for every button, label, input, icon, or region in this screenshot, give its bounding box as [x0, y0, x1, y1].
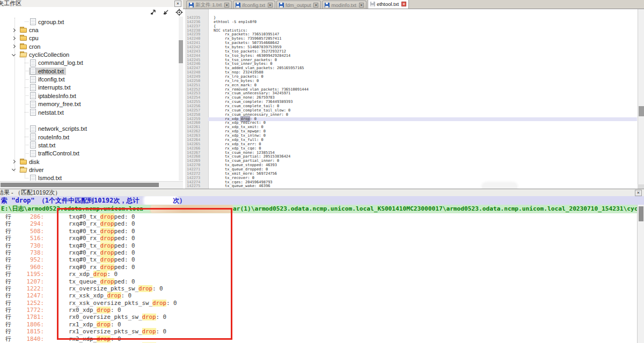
result-rows: 行286:txq#0_tx_dropped: 0行294:rxq#0_rx_dr…	[0, 213, 637, 343]
tab-ifconfig.txt[interactable]: ifconfig.txt✕	[233, 1, 275, 9]
tab-bar: 新文件 1.txt✕ifconfig.txt✕fdm_output✕modinf…	[183, 0, 644, 9]
result-row[interactable]: 行1247:rx_xsk_xdp_drop: 0	[0, 292, 637, 299]
tree-item-ifconfig.txt[interactable]: ifconfig.txt	[0, 75, 179, 83]
tree-item-cron[interactable]: cron	[0, 42, 179, 50]
tree-horizontal-scrollbar-thumb[interactable]	[1, 183, 159, 187]
tree-item-cna[interactable]: cna	[0, 26, 179, 34]
chevron-right-icon[interactable]	[12, 36, 16, 40]
tree-item-inner: cpu	[19, 34, 41, 42]
tab-close-icon[interactable]: ✕	[268, 3, 273, 8]
chevron-right-icon[interactable]	[12, 28, 16, 32]
workspace-close-icon[interactable]: ✕	[174, 1, 181, 7]
editor-line-text: {	[214, 24, 216, 28]
result-row[interactable]: 行1252:rx_xsk_oversize_pkts_sw_drop: 0	[0, 300, 637, 307]
tree-item-cgroup.txt[interactable]: cgroup.txt	[0, 18, 179, 26]
result-row[interactable]: 行960:rxq#0_rx_dropped: 0	[0, 264, 637, 271]
tree-item-driver[interactable]: driver	[0, 166, 179, 174]
tree-item-cyclicCollection[interactable]: cyclicCollection	[0, 50, 179, 58]
tree-horizontal-scrollbar[interactable]	[0, 181, 183, 189]
result-row[interactable]: 行738:rxq#0_rx_dropped: 0	[0, 249, 637, 256]
editor-line-text: rx_xdp_tx_full: 0	[214, 138, 264, 142]
result-text: txq#0_tx_dropped: 0	[69, 256, 135, 263]
result-row[interactable]: 行286:txq#0_tx_dropped: 0	[0, 213, 637, 220]
result-text: txq#0_tx_dropped: 0	[69, 242, 135, 249]
editor-line[interactable]: 142237{	[183, 25, 637, 29]
tree-item-routeInfo.txt[interactable]: routeInfo.txt	[0, 133, 179, 141]
tree-item-ethtool.txt[interactable]: ethtool.txt	[0, 67, 179, 75]
result-row[interactable]: 行1195:rx_xdp_drop: 0	[0, 271, 637, 278]
result-row[interactable]: 行1815:rx1_oversize_pkts_sw_drop: 0	[0, 328, 637, 335]
results-close-icon[interactable]: ✕	[635, 190, 642, 196]
chevron-down-icon[interactable]	[12, 53, 16, 56]
tree-item-interrupts.txt[interactable]: interrupts.txt	[0, 84, 179, 92]
tree-vertical-scrollbar-thumb[interactable]	[179, 40, 183, 63]
tab-label: 新文件 1.txt	[195, 2, 222, 9]
file-icon	[30, 141, 36, 148]
editor-line-text: ethtool -S enp1s0f0	[214, 20, 257, 24]
tree-item-label: cna	[29, 27, 39, 33]
result-text: rx2_xdp_drop: 0	[69, 335, 121, 342]
editor-line[interactable]: 142275 tx_queue_wake: 46396	[183, 184, 637, 189]
result-row[interactable]: 行730:txq#0_tx_dropped: 0	[0, 242, 637, 249]
tree-item-inner: iptablesInfo.txt	[29, 92, 78, 100]
tab-ethtool.txt[interactable]: ethtool.txt✕	[368, 0, 409, 9]
tree-item-memory_free.txt[interactable]: memory_free.txt	[0, 100, 179, 108]
result-row[interactable]: 行1772:rx0_xdp_drop: 0	[0, 307, 637, 314]
results-vertical-scrollbar[interactable]	[637, 205, 644, 343]
chevron-right-icon[interactable]	[12, 160, 16, 163]
editor-vertical-scrollbar-thumb[interactable]	[639, 106, 644, 116]
tree-item-lsmod.txt[interactable]: lsmod.txt	[0, 174, 179, 181]
folder-icon	[20, 44, 27, 49]
tree-item-netstat.txt[interactable]: netstat.txt	[0, 108, 179, 116]
chevron-right-icon[interactable]	[12, 44, 16, 48]
result-row[interactable]: 行1781:rx0_oversize_pkts_sw_drop: 0	[0, 314, 637, 320]
chevron-down-icon[interactable]	[12, 167, 16, 171]
tree-item-label: lsmod.txt	[38, 175, 62, 181]
result-line-number: 1207:	[15, 278, 44, 285]
folder-icon	[20, 27, 27, 33]
tree-item-command_log.txt[interactable]: command_log.txt	[0, 59, 179, 67]
editor-line-text: rx_xdp_tx_mpwqe: 0	[214, 129, 266, 133]
search-summary-line[interactable]: 索 "drop" （1个文件中匹配到10192次，总计 次）	[0, 196, 644, 205]
editor-line-number: 142275	[183, 184, 208, 189]
tree-item-iptablesInfo.txt[interactable]: iptablesInfo.txt	[0, 92, 179, 100]
locate-file-icon[interactable]	[175, 9, 183, 16]
tab-close-icon[interactable]: ✕	[224, 3, 229, 8]
tab-close-icon[interactable]: ✕	[401, 2, 406, 6]
tab-新文件 1.txt[interactable]: 新文件 1.txt✕	[186, 1, 232, 9]
result-file-path-line[interactable]: E:\日志\armod0523.odata.ncmp.unicom.loca a…	[0, 205, 637, 213]
result-row[interactable]: 行1840:rx2_xdp_drop: 0	[0, 335, 637, 342]
tree-item-disk[interactable]: disk	[0, 158, 179, 166]
editor-line[interactable]: 142236ethtool -S enp1s0f0	[183, 20, 637, 25]
editor-line-text: rx_csum_complete: 736449389393	[214, 100, 293, 104]
tab-close-icon[interactable]: ✕	[313, 3, 318, 8]
tree-connector	[25, 137, 28, 137]
collapse-all-icon[interactable]	[163, 9, 170, 16]
result-row[interactable]: 行1207:tx_queue_dropped: 0	[0, 278, 637, 285]
editor-line-text: tx_bytes: 514607839753959	[214, 45, 281, 49]
tree-vertical-scrollbar[interactable]	[179, 17, 183, 181]
tree-item-network_scripts.txt[interactable]: network_scripts.txt	[0, 125, 179, 133]
tree-item-trafficControl.txt[interactable]: trafficControl.txt	[0, 150, 179, 158]
result-row[interactable]: 行508:txq#0_tx_dropped: 0	[0, 228, 637, 235]
results-vertical-scrollbar-thumb[interactable]	[639, 206, 643, 221]
result-row[interactable]: 行1222:rx_oversize_pkts_sw_drop: 0	[0, 285, 637, 292]
editor-surface[interactable]: 142235}142236ethtool -S enp1s0f0142237{1…	[183, 9, 644, 189]
result-row[interactable]: 行952:txq#0_tx_dropped: 0	[0, 256, 637, 263]
result-line-number: 286:	[15, 213, 44, 220]
tree-item-stat.txt[interactable]: stat.txt	[0, 141, 179, 149]
result-line-number: 738:	[15, 249, 44, 256]
result-file-path-prefix: E:\日志\armod0523.odata.ncmp.unicom.loca	[1, 205, 143, 213]
editor-line-text: rx_xdp_tx_xmit: 0	[214, 125, 264, 129]
expand-all-icon[interactable]	[150, 9, 157, 16]
tab-close-icon[interactable]: ✕	[359, 3, 364, 8]
editor-vertical-scrollbar[interactable]	[638, 9, 644, 189]
result-row[interactable]: 行1806:rx1_xdp_drop: 0	[0, 321, 637, 328]
result-row[interactable]: 行294:rxq#0_rx_dropped: 0	[0, 220, 637, 227]
tree-item-inner: ifconfig.txt	[29, 76, 67, 83]
tree-item-cpu[interactable]: cpu	[0, 34, 179, 42]
result-row[interactable]: 行516:rxq#0_rx_dropped: 0	[0, 235, 637, 242]
result-line-number: 1781:	[15, 314, 44, 320]
tab-fdm_output[interactable]: fdm_output✕	[276, 1, 321, 9]
tab-modinfo.txt[interactable]: modinfo.txt✕	[322, 1, 366, 9]
